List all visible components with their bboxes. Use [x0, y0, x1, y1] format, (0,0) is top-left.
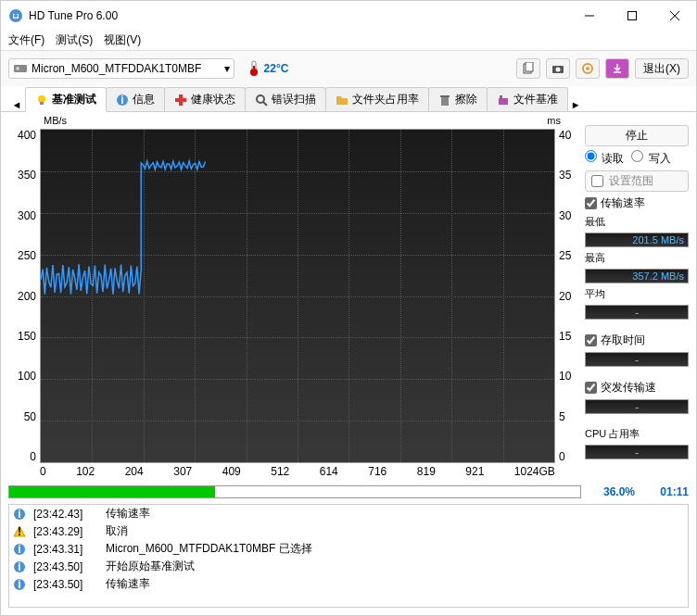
log-panel: i[23:42.43]传输速率![23:43.29]取消i[23:43.31]M… — [8, 504, 689, 608]
stop-button[interactable]: 停止 — [585, 125, 689, 146]
log-time: [23:42.43] — [33, 508, 98, 521]
file-icon — [497, 94, 510, 107]
info-icon: i — [116, 94, 129, 107]
close-button[interactable] — [653, 2, 696, 30]
svg-rect-13 — [526, 62, 533, 71]
elapsed-time: 01:11 — [642, 485, 689, 498]
window-title: HD Tune Pro 6.00 — [29, 9, 568, 22]
copy-icon — [522, 62, 535, 75]
progress-row: 36.0% 01:11 — [1, 484, 696, 500]
svg-rect-29 — [500, 95, 502, 98]
save-button[interactable] — [605, 58, 629, 79]
tab-bar: ◂ 基准测试 i 信息 健康状态 错误扫描 文件夹占用率 擦除 文件基准 — [1, 86, 696, 112]
svg-point-17 — [586, 67, 589, 70]
copy-button[interactable] — [516, 58, 540, 79]
access-time-check[interactable]: 存取时间 — [585, 333, 689, 348]
svg-rect-4 — [628, 12, 637, 20]
info-icon: i — [13, 543, 26, 556]
log-message: 取消 — [106, 523, 128, 539]
info-icon: i — [13, 508, 26, 521]
cpu-value: - — [585, 445, 689, 459]
tab-health[interactable]: 健康状态 — [164, 87, 246, 111]
avg-value: - — [585, 305, 689, 320]
log-message: 传输速率 — [106, 576, 150, 592]
burst-value: - — [585, 399, 689, 414]
log-message: 开始原始基准测试 — [106, 559, 195, 574]
svg-rect-11 — [253, 66, 255, 72]
download-icon — [611, 62, 624, 75]
temperature-display: 22°C — [247, 60, 289, 77]
x-axis: 0 102 204 307 409 512 614 716 819 921 10… — [40, 463, 555, 478]
exit-button[interactable]: 退出(X) — [635, 58, 689, 79]
write-radio[interactable]: 写入 — [631, 150, 670, 167]
log-time: [23:43.50] — [33, 578, 98, 591]
menu-view[interactable]: 视图(V) — [104, 32, 141, 48]
svg-text:i: i — [18, 543, 20, 556]
info-icon: i — [13, 560, 26, 573]
menu-file[interactable]: 文件(F) — [8, 32, 44, 48]
settings-button[interactable] — [576, 58, 600, 79]
app-icon — [8, 8, 23, 23]
svg-text:i: i — [18, 578, 20, 591]
svg-rect-28 — [499, 98, 508, 105]
gear-icon — [581, 62, 594, 75]
log-row: i[23:43.50]开始原始基准测试 — [9, 558, 688, 575]
svg-line-25 — [263, 102, 267, 106]
read-radio[interactable]: 读取 — [585, 150, 624, 167]
tab-info[interactable]: i 信息 — [106, 87, 165, 111]
svg-text:!: ! — [18, 525, 21, 538]
tab-scroll-right[interactable]: ▸ — [567, 98, 584, 111]
log-time: [23:43.31] — [33, 543, 98, 556]
tab-error-scan[interactable]: 错误扫描 — [245, 87, 326, 111]
titlebar: HD Tune Pro 6.00 — [1, 1, 696, 31]
temperature-value: 22°C — [264, 62, 289, 75]
toolbar: Micron_M600_MTFDDAK1T0MBF ▾ 22°C 退出(X) — [1, 51, 696, 86]
cpu-label: CPU 占用率 — [585, 427, 689, 441]
maximize-button[interactable] — [611, 2, 653, 30]
tab-file-benchmark[interactable]: 文件基准 — [487, 87, 568, 111]
drive-name: Micron_M600_MTFDDAK1T0MBF — [32, 62, 224, 75]
log-row: i[23:43.31]Micron_M600_MTFDDAK1T0MBF 已选择 — [9, 540, 688, 558]
progress-fill — [9, 486, 215, 497]
min-value: 201.5 MB/s — [585, 233, 689, 247]
trash-icon — [438, 94, 451, 107]
svg-rect-27 — [440, 95, 450, 97]
minimize-button[interactable] — [568, 2, 611, 30]
y-right-label: ms — [547, 115, 561, 126]
drive-selector[interactable]: Micron_M600_MTFDDAK1T0MBF ▾ — [8, 58, 234, 79]
log-message: Micron_M600_MTFDDAK1T0MBF 已选择 — [106, 541, 312, 557]
screenshot-button[interactable] — [546, 58, 570, 79]
log-row: i[23:43.50]传输速率 — [9, 575, 688, 593]
avg-label: 平均 — [585, 287, 689, 301]
chart-panel: MB/s ms 400 350 300 250 200 150 100 50 0… — [8, 118, 577, 478]
tab-scroll-left[interactable]: ◂ — [8, 98, 25, 111]
svg-point-24 — [257, 95, 264, 103]
set-range-button[interactable]: 设置范围 — [585, 170, 689, 192]
log-time: [23:43.50] — [33, 560, 98, 573]
magnifier-icon — [255, 94, 268, 107]
log-row: i[23:42.43]传输速率 — [9, 505, 688, 522]
tab-folder-usage[interactable]: 文件夹占用率 — [325, 87, 429, 111]
menu-test[interactable]: 测试(S) — [56, 32, 93, 48]
svg-rect-26 — [441, 97, 449, 106]
burst-rate-check[interactable]: 突发传输速 — [585, 380, 689, 396]
chevron-down-icon: ▾ — [224, 62, 230, 75]
y-axis-right: 40 35 30 25 20 15 10 5 0 — [555, 118, 577, 463]
chart-plot — [40, 129, 555, 463]
tab-benchmark[interactable]: 基准测试 — [25, 87, 107, 112]
tab-erase[interactable]: 擦除 — [428, 87, 488, 111]
min-label: 最低 — [585, 215, 689, 229]
svg-text:i: i — [120, 94, 123, 107]
drive-icon — [13, 61, 28, 76]
transfer-rate-check[interactable]: 传输速率 — [585, 195, 689, 211]
svg-point-2 — [14, 14, 18, 18]
info-icon: i — [13, 578, 26, 591]
thermometer-icon — [247, 60, 260, 77]
warning-icon: ! — [13, 525, 26, 538]
svg-text:i: i — [18, 508, 20, 521]
y-left-label: MB/s — [44, 115, 67, 126]
svg-rect-23 — [175, 98, 186, 102]
svg-point-15 — [556, 68, 561, 72]
svg-point-18 — [38, 95, 45, 103]
log-time: [23:43.29] — [33, 525, 98, 538]
